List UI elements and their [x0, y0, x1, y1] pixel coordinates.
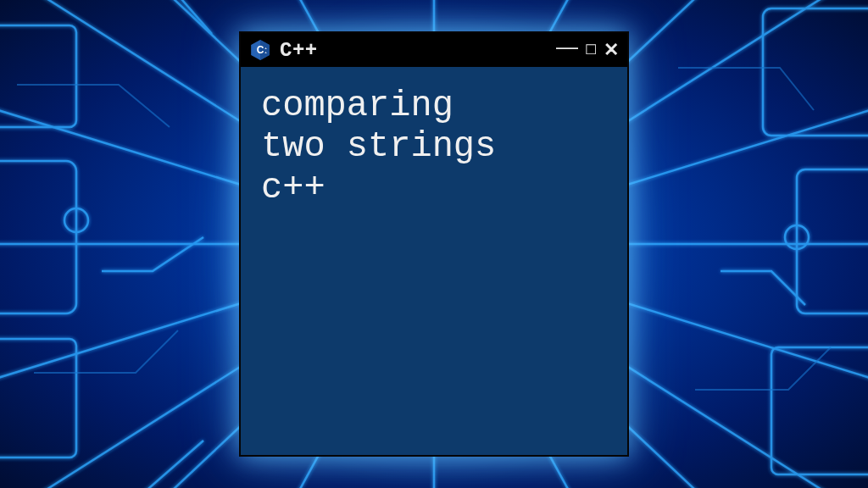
- svg-rect-21: [0, 161, 76, 313]
- content-line: comparing: [261, 86, 607, 126]
- titlebar: C + + C++ — ☐ ✕: [241, 33, 627, 67]
- svg-text:C: C: [257, 44, 264, 56]
- terminal-window: C + + C++ — ☐ ✕ comparing two strings c+…: [239, 31, 629, 457]
- content-line: two strings: [261, 126, 607, 167]
- close-icon[interactable]: ✕: [604, 41, 619, 59]
- cpp-icon: C + +: [249, 39, 271, 61]
- window-controls: — ☐ ✕: [556, 39, 619, 61]
- svg-rect-27: [771, 347, 868, 474]
- maximize-icon[interactable]: ☐: [585, 43, 597, 57]
- content-line: c++: [261, 168, 607, 208]
- svg-rect-20: [0, 25, 76, 127]
- terminal-content: comparing two strings c++: [241, 67, 627, 227]
- window-title: C++: [280, 39, 548, 62]
- minimize-icon[interactable]: —: [556, 36, 578, 58]
